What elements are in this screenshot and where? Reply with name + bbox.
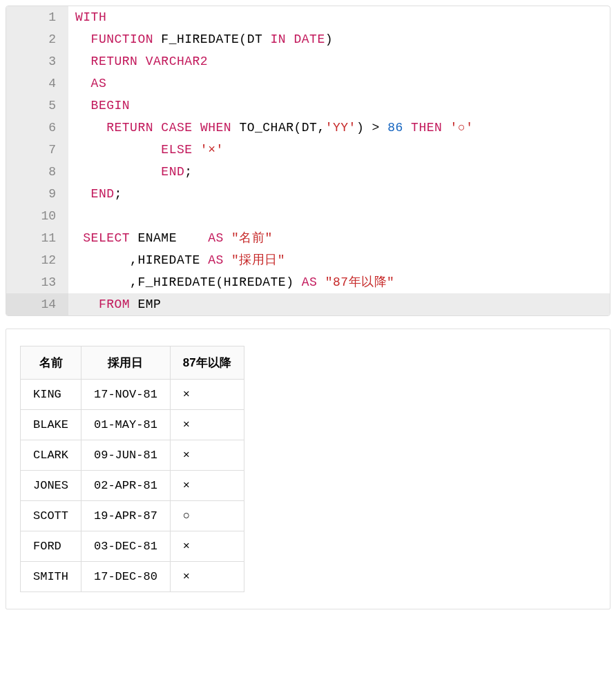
line-number: 11 xyxy=(6,227,68,249)
results-panel: 名前採用日87年以降 KING17-NOV-81×BLAKE01-MAY-81×… xyxy=(6,329,610,609)
table-cell: ○ xyxy=(170,501,244,531)
code-content[interactable]: FROM EMP xyxy=(68,293,161,315)
table-cell: 09-JUN-81 xyxy=(81,440,171,471)
table-cell: SMITH xyxy=(21,562,81,592)
table-row[interactable]: SMITH17-DEC-80× xyxy=(21,562,244,592)
table-cell: KING xyxy=(21,380,81,410)
code-line[interactable]: 11 SELECT ENAME AS "名前" xyxy=(6,227,610,249)
table-cell: × xyxy=(170,380,244,410)
code-content[interactable]: AS xyxy=(68,72,106,95)
code-line[interactable]: 6 RETURN CASE WHEN TO_CHAR(DT,'YY') > 86… xyxy=(6,117,610,139)
table-row[interactable]: FORD03-DEC-81× xyxy=(21,531,244,562)
code-line[interactable]: 9 END; xyxy=(6,183,610,205)
code-content[interactable]: WITH xyxy=(68,6,106,28)
line-number: 6 xyxy=(6,117,68,139)
code-line[interactable]: 1WITH xyxy=(6,6,610,28)
table-row[interactable]: BLAKE01-MAY-81× xyxy=(21,410,244,440)
code-line[interactable]: 8 END; xyxy=(6,161,610,183)
code-content[interactable]: BEGIN xyxy=(68,95,130,117)
line-number: 14 xyxy=(6,293,68,315)
table-row[interactable]: KING17-NOV-81× xyxy=(21,380,244,410)
code-line[interactable]: 5 BEGIN xyxy=(6,95,610,117)
table-cell: × xyxy=(170,410,244,440)
column-header[interactable]: 名前 xyxy=(21,346,81,380)
column-header[interactable]: 87年以降 xyxy=(170,346,244,380)
results-table: 名前採用日87年以降 KING17-NOV-81×BLAKE01-MAY-81×… xyxy=(20,346,244,592)
table-cell: FORD xyxy=(21,531,81,562)
code-content[interactable]: SELECT ENAME AS "名前" xyxy=(68,227,273,249)
code-line[interactable]: 10 xyxy=(6,205,610,227)
line-number: 2 xyxy=(6,28,68,50)
line-number: 12 xyxy=(6,249,68,271)
table-cell: 19-APR-87 xyxy=(81,501,171,531)
line-number: 4 xyxy=(6,72,68,95)
code-line[interactable]: 14 FROM EMP xyxy=(6,293,610,315)
line-number: 10 xyxy=(6,205,68,227)
table-cell: JONES xyxy=(21,471,81,501)
code-content[interactable] xyxy=(68,205,75,227)
code-line[interactable]: 3 RETURN VARCHAR2 xyxy=(6,50,610,72)
table-cell: 02-APR-81 xyxy=(81,471,171,501)
table-cell: × xyxy=(170,531,244,562)
table-header-row: 名前採用日87年以降 xyxy=(21,346,244,380)
line-number: 3 xyxy=(6,50,68,72)
code-content[interactable]: RETURN CASE WHEN TO_CHAR(DT,'YY') > 86 T… xyxy=(68,117,474,139)
table-cell: 03-DEC-81 xyxy=(81,531,171,562)
column-header[interactable]: 採用日 xyxy=(81,346,171,380)
code-content[interactable]: RETURN VARCHAR2 xyxy=(68,50,208,72)
table-row[interactable]: SCOTT19-APR-87○ xyxy=(21,501,244,531)
table-cell: × xyxy=(170,471,244,501)
table-cell: × xyxy=(170,440,244,471)
code-content[interactable]: ,HIREDATE AS "採用日" xyxy=(68,249,285,271)
table-cell: SCOTT xyxy=(21,501,81,531)
table-row[interactable]: CLARK09-JUN-81× xyxy=(21,440,244,471)
table-cell: × xyxy=(170,562,244,592)
code-content[interactable]: FUNCTION F_HIREDATE(DT IN DATE) xyxy=(68,28,333,50)
line-number: 5 xyxy=(6,95,68,117)
line-number: 9 xyxy=(6,183,68,205)
code-content[interactable]: END; xyxy=(68,183,122,205)
code-line[interactable]: 4 AS xyxy=(6,72,610,95)
code-editor[interactable]: 1WITH2 FUNCTION F_HIREDATE(DT IN DATE)3 … xyxy=(6,6,610,316)
code-content[interactable]: END; xyxy=(68,161,193,183)
table-cell: 01-MAY-81 xyxy=(81,410,171,440)
line-number: 13 xyxy=(6,271,68,293)
code-content[interactable]: ELSE '×' xyxy=(68,139,224,161)
table-row[interactable]: JONES02-APR-81× xyxy=(21,471,244,501)
table-body: KING17-NOV-81×BLAKE01-MAY-81×CLARK09-JUN… xyxy=(21,380,244,592)
table-cell: 17-NOV-81 xyxy=(81,380,171,410)
line-number: 8 xyxy=(6,161,68,183)
table-cell: 17-DEC-80 xyxy=(81,562,171,592)
code-line[interactable]: 7 ELSE '×' xyxy=(6,139,610,161)
code-line[interactable]: 12 ,HIREDATE AS "採用日" xyxy=(6,249,610,271)
line-number: 7 xyxy=(6,139,68,161)
table-cell: CLARK xyxy=(21,440,81,471)
code-line[interactable]: 13 ,F_HIREDATE(HIREDATE) AS "87年以降" xyxy=(6,271,610,293)
code-content[interactable]: ,F_HIREDATE(HIREDATE) AS "87年以降" xyxy=(68,271,394,293)
table-cell: BLAKE xyxy=(21,410,81,440)
line-number: 1 xyxy=(6,6,68,28)
code-line[interactable]: 2 FUNCTION F_HIREDATE(DT IN DATE) xyxy=(6,28,610,50)
